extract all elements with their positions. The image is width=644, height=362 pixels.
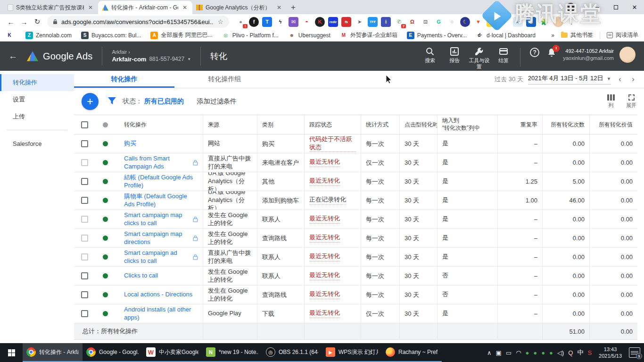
browser-tab[interactable]: S类独立站卖家广告投放课程 ✕ xyxy=(4,1,98,14)
taskbar-chrome-ads[interactable]: 转化操作 - Arkfa... xyxy=(23,343,83,362)
col-header-value[interactable]: 所有转化价值 xyxy=(590,115,637,134)
ext-grammarly-icon[interactable]: G xyxy=(434,17,444,27)
row-checkbox[interactable] xyxy=(81,197,88,204)
window-close-button[interactable]: ✕ xyxy=(625,0,644,14)
conversion-name-link[interactable]: Calls from Smart Campaign Ads xyxy=(124,155,190,171)
tray-chevron-up-icon[interactable]: ∧ xyxy=(487,349,492,356)
bookmark-payments[interactable]: E Payments - Overv... xyxy=(407,32,467,39)
row-checkbox[interactable] xyxy=(81,178,88,185)
ext-info-icon[interactable]: i xyxy=(381,17,391,27)
bookmark-dlocal[interactable]: d· d·local | Dashboard xyxy=(476,32,536,39)
ext-pokeball-icon[interactable]: ◓ xyxy=(302,17,312,27)
sidebar-item[interactable]: 上传 xyxy=(0,108,74,125)
col-header-name[interactable]: 转化操作 xyxy=(116,115,203,134)
col-header-category[interactable]: 类别 xyxy=(257,115,305,134)
ext-search-doc-icon[interactable]: ⊡ xyxy=(421,17,430,27)
start-button[interactable] xyxy=(0,343,23,362)
help-icon[interactable]: ? xyxy=(530,48,539,57)
ext-redir-icon[interactable]: redir xyxy=(328,17,338,27)
taskbar-notepad[interactable]: N *new 19 - Note... xyxy=(202,343,262,362)
search-button[interactable]: 搜索 xyxy=(418,47,442,64)
browser-reload-button[interactable]: ↻ xyxy=(31,17,43,26)
bookmark-alibaba[interactable]: A 全部服务 阿里巴巴... xyxy=(150,31,212,39)
row-checkbox[interactable] xyxy=(81,291,88,298)
date-next-button[interactable]: › xyxy=(629,75,637,84)
ext-phone-icon[interactable]: ✆7 xyxy=(394,17,404,27)
columns-button[interactable]: 列 xyxy=(607,94,615,109)
browser-menu-icon[interactable]: ⋮ xyxy=(568,18,575,25)
tab-close-icon[interactable]: ✕ xyxy=(181,4,189,11)
tray-battery-icon[interactable]: ▭ xyxy=(506,349,512,356)
extensions-puzzle-icon[interactable]: 🧩 xyxy=(541,18,548,25)
tray-ime-zh-icon[interactable]: 中 xyxy=(577,348,583,357)
new-tab-button[interactable]: + xyxy=(287,1,300,14)
row-checkbox[interactable] xyxy=(81,235,88,242)
taskbar-clock[interactable]: 13:43 2021/5/13 xyxy=(599,346,622,360)
bookmarks-overflow-icon[interactable]: » xyxy=(551,32,554,39)
bookmark-plivo[interactable]: ◎ Plivo - Platform f... xyxy=(222,32,279,39)
taskbar-chrome-google[interactable]: Google - Googl... xyxy=(83,343,142,362)
ext-gray-icon[interactable]: ●! xyxy=(236,17,246,27)
ads-back-button[interactable]: ← xyxy=(8,51,17,61)
tray-wechat-icon[interactable]: ● xyxy=(549,349,553,356)
filter-funnel-icon[interactable] xyxy=(108,97,116,106)
tray-qq-icon[interactable]: Q xyxy=(568,349,573,356)
row-checkbox[interactable] xyxy=(81,216,88,223)
ext-fb-icon[interactable]: fb xyxy=(341,17,351,27)
ext-magnifier-icon[interactable]: ○ xyxy=(447,17,457,27)
row-checkbox[interactable] xyxy=(81,253,88,261)
browser-forward-button[interactable]: → xyxy=(18,18,30,26)
url-bar[interactable]: ads.google.com/aw/conversions?ocid=61534… xyxy=(47,16,229,28)
content-tab[interactable]: 转化操作组 xyxy=(174,71,275,88)
account-selector[interactable]: Arkfair › Arkfair-com 881-557-9427 ▼ xyxy=(112,49,191,63)
content-tab[interactable]: 转化操作 xyxy=(74,71,174,88)
tools-settings-button[interactable]: 工具与设置 xyxy=(467,47,491,69)
row-checkbox[interactable] xyxy=(81,140,88,147)
browser-tab[interactable]: Google Analytics（分析） ✕ xyxy=(192,1,287,14)
bookmark-star-icon[interactable]: ☆ xyxy=(217,18,223,25)
browser-tab[interactable]: 转化操作 - Arkfair-com - Goog ✕ xyxy=(98,1,192,14)
conversion-name-link[interactable]: Smart campaign ad clicks to call xyxy=(124,249,190,265)
conversion-name-link[interactable]: 购买 xyxy=(124,140,136,148)
col-header-source[interactable]: 来源 xyxy=(203,115,257,134)
window-maximize-button[interactable] xyxy=(606,0,625,14)
bookmark-zennolab[interactable]: Z Zennolab.com xyxy=(25,32,72,39)
date-range-picker[interactable]: 过去 30 天 2021年 4月 13日 - 5月 12日 ▼ ‹ › xyxy=(495,74,637,84)
ext-k-icon[interactable]: K xyxy=(315,17,325,27)
ext-arrow-icon[interactable]: ➤ xyxy=(355,17,364,27)
col-header-counting[interactable]: 统计方式 xyxy=(361,115,400,134)
ext-carrot-icon[interactable]: ▼ xyxy=(473,17,483,27)
ext-tff-icon[interactable]: TFF xyxy=(368,17,378,27)
billing-button[interactable]: 结算 xyxy=(492,47,515,64)
sidebar-item[interactable]: 设置 xyxy=(0,91,74,108)
reports-button[interactable]: 报告 xyxy=(443,47,466,64)
filter-status-value[interactable]: 所有已启用的 xyxy=(144,97,184,105)
browser-profile-avatar[interactable] xyxy=(553,17,563,27)
taskbar-wps[interactable]: W 中小卖家Google... xyxy=(142,343,202,362)
tray-wechat-icon[interactable]: ● xyxy=(533,349,537,356)
reading-list-button[interactable]: 阅读清单 xyxy=(607,31,638,39)
bookmark-ubersuggest[interactable]: ☻ Ubersuggest xyxy=(288,32,330,39)
conversion-name-link[interactable]: Smart campaign map clicks to call xyxy=(124,211,190,227)
col-header-included[interactable]: 纳入到 “转化次数”列中 xyxy=(438,115,498,134)
conversion-name-link[interactable]: Clicks to call xyxy=(124,272,158,280)
taskbar-wps-presentation[interactable]: ▶ WPS演示 幻灯片... xyxy=(322,343,382,362)
tray-wifi-icon[interactable]: ◠ xyxy=(516,349,521,356)
bookmark-k[interactable]: K xyxy=(6,32,16,39)
tray-ime-panel-icon[interactable]: ▣ xyxy=(496,349,502,356)
row-checkbox[interactable] xyxy=(81,159,88,166)
ext-lightning-icon[interactable]: ϟ xyxy=(275,17,285,27)
taskbar-obs[interactable]: ◎ OBS 26.1.1 (64-... xyxy=(262,343,322,362)
row-checkbox[interactable] xyxy=(81,310,88,317)
media-controls-icon[interactable]: ♪ xyxy=(566,3,575,12)
sidebar-item[interactable]: Salesforce xyxy=(0,135,74,152)
bookmark-mail[interactable]: M 外贸参谋-企业邮箱 xyxy=(340,31,397,39)
ext-moon-icon[interactable]: ☾ xyxy=(460,17,470,27)
add-filter-button[interactable]: 添加过滤条件 xyxy=(197,97,237,106)
conversion-name-link[interactable]: Smart campaign map directions xyxy=(124,230,190,246)
user-avatar[interactable] xyxy=(619,47,636,63)
action-center-button[interactable]: 1 xyxy=(629,347,640,358)
ext-outline-icon[interactable]: Ω xyxy=(407,17,417,27)
conversion-name-link[interactable]: 結帳 (Default Google Ads Profile) xyxy=(124,174,198,190)
select-all-checkbox[interactable] xyxy=(81,121,88,128)
